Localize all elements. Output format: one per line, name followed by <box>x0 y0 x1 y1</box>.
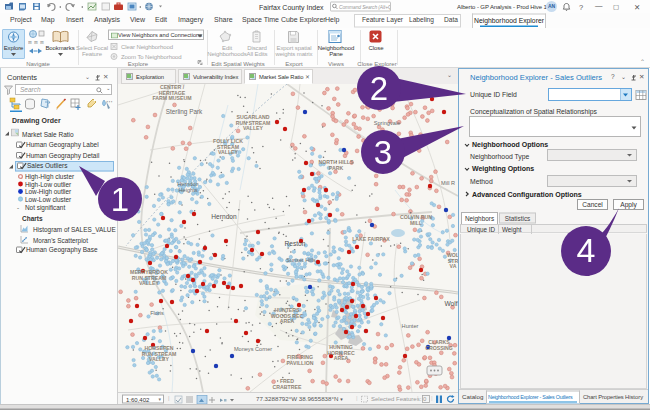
svg-text:Herndon: Herndon <box>211 213 237 220</box>
svg-text:PARK: PARK <box>329 165 344 171</box>
svg-text:⊞: ⊞ <box>40 40 44 45</box>
svg-text:Reston: Reston <box>285 240 306 247</box>
svg-text:Sterling Park: Sterling Park <box>166 108 203 116</box>
svg-text:AREA: AREA <box>334 355 349 361</box>
svg-text:Heights: Heights <box>179 187 198 193</box>
svg-text:Floris: Floris <box>150 310 164 316</box>
svg-text:Moneys Corner: Moneys Corner <box>234 346 272 352</box>
svg-text:LAKE FAIRPAX: LAKE FAIRPAX <box>352 236 390 242</box>
svg-text:CRABTREE: CRABTREE <box>273 384 302 390</box>
svg-text:⊞: ⊞ <box>34 40 38 45</box>
svg-text:Mill R: Mill R <box>441 180 455 186</box>
svg-text:Sunset Hills: Sunset Hills <box>286 257 316 263</box>
svg-text:Wolf: Wolf <box>444 300 457 307</box>
svg-text:MILL: MILL <box>410 220 423 226</box>
svg-text:Hunter: Hunter <box>402 323 419 329</box>
svg-text:Springvale: Springvale <box>374 120 400 126</box>
svg-text:VALLEY: VALLEY <box>149 356 170 362</box>
svg-text:⊞: ⊞ <box>28 40 32 45</box>
svg-text:CROSSING: CROSSING <box>425 345 453 351</box>
svg-text:VALLEY: VALLEY <box>218 149 239 155</box>
svg-text:VA: VA <box>450 263 457 269</box>
svg-text:VALLEY: VALLEY <box>139 280 160 286</box>
svg-text:AREA: AREA <box>280 318 295 324</box>
svg-text:FARM MUSEUM: FARM MUSEUM <box>152 95 191 101</box>
svg-text:VALLEY: VALLEY <box>243 125 264 131</box>
svg-text:PAVILLION: PAVILLION <box>287 360 314 366</box>
